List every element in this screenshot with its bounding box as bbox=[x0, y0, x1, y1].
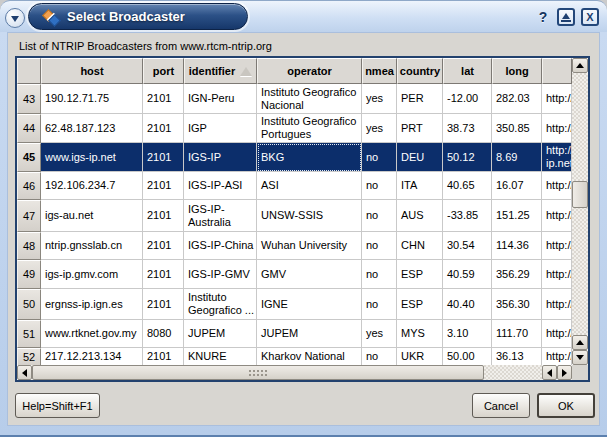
cell-operator[interactable]: Wuhan University bbox=[257, 232, 362, 260]
cell-host[interactable]: ntrip.gnsslab.cn bbox=[41, 232, 143, 260]
table-row-50[interactable]: 50ergnss-ip.ign.es2101Instituto Geografi… bbox=[17, 289, 572, 320]
cell-operator[interactable]: IGNE bbox=[257, 289, 362, 320]
cell-lat[interactable]: 38.73 bbox=[443, 114, 492, 143]
cell-host[interactable]: www.igs-ip.net bbox=[41, 143, 143, 172]
cell-country[interactable]: DEU bbox=[397, 143, 443, 172]
cell-country[interactable]: ESP bbox=[397, 260, 443, 289]
cell-num[interactable]: 47 bbox=[17, 200, 41, 232]
vertical-scrollbar[interactable] bbox=[572, 58, 588, 365]
cell-long[interactable]: 16.07 bbox=[492, 172, 542, 200]
cell-identifier[interactable]: KNURE bbox=[184, 348, 257, 365]
cell-num[interactable]: 50 bbox=[17, 289, 41, 320]
cell-port[interactable]: 2101 bbox=[143, 143, 184, 172]
scroll-up-button[interactable] bbox=[572, 58, 588, 73]
cell-num[interactable]: 43 bbox=[17, 84, 41, 114]
column-header-nmea[interactable]: nmea bbox=[362, 58, 397, 84]
cell-url[interactable]: http://r bbox=[542, 260, 572, 289]
cell-url[interactable]: http://w bbox=[542, 200, 572, 232]
cell-port[interactable]: 2101 bbox=[143, 232, 184, 260]
cell-long[interactable]: 350.85 bbox=[492, 114, 542, 143]
cell-url[interactable]: http://w bbox=[542, 172, 572, 200]
cell-url[interactable]: http://w bbox=[542, 348, 572, 365]
cell-operator[interactable]: Kharkov National bbox=[257, 348, 362, 365]
cancel-button[interactable]: Cancel bbox=[472, 393, 530, 418]
table-row-51[interactable]: 51www.rtknet.gov.my8080JUPEMJUPEMyesMYS3… bbox=[17, 320, 572, 348]
cell-nmea[interactable]: no bbox=[362, 143, 397, 172]
cell-port[interactable]: 2101 bbox=[143, 84, 184, 114]
cell-country[interactable]: MYS bbox=[397, 320, 443, 348]
column-header-country[interactable]: country bbox=[397, 58, 443, 84]
horizontal-scrollbar[interactable] bbox=[17, 365, 572, 380]
cell-url[interactable]: http://w bbox=[542, 320, 572, 348]
cell-lat[interactable]: 40.65 bbox=[443, 172, 492, 200]
cell-long[interactable]: 36.13 bbox=[492, 348, 542, 365]
ok-button[interactable]: OK bbox=[537, 393, 595, 418]
cell-lat[interactable]: 50.00 bbox=[443, 348, 492, 365]
table-row-52[interactable]: 52217.12.213.1342101KNUREKharkov Nationa… bbox=[17, 348, 572, 365]
cell-nmea[interactable]: no bbox=[362, 289, 397, 320]
column-header-long[interactable]: long bbox=[492, 58, 542, 84]
cell-num[interactable]: 52 bbox=[17, 348, 41, 365]
cell-operator[interactable]: Instituto Geografico Nacional bbox=[257, 84, 362, 114]
cell-num[interactable]: 49 bbox=[17, 260, 41, 289]
cell-identifier[interactable]: IGN-Peru bbox=[184, 84, 257, 114]
cell-host[interactable]: ergnss-ip.ign.es bbox=[41, 289, 143, 320]
horizontal-scroll-thumb[interactable] bbox=[32, 365, 484, 380]
cell-country[interactable]: PER bbox=[397, 84, 443, 114]
cell-host[interactable]: igs-ip.gmv.com bbox=[41, 260, 143, 289]
table-row-44[interactable]: 4462.48.187.1232101IGPInstituto Geografi… bbox=[17, 114, 572, 143]
vertical-scroll-track[interactable] bbox=[572, 73, 588, 335]
column-header-operator[interactable]: operator bbox=[257, 58, 362, 84]
cell-url[interactable]: http://r bbox=[542, 232, 572, 260]
cell-country[interactable]: UKR bbox=[397, 348, 443, 365]
cell-operator[interactable]: ASI bbox=[257, 172, 362, 200]
cell-country[interactable]: CHN bbox=[397, 232, 443, 260]
cell-port[interactable]: 8080 bbox=[143, 320, 184, 348]
table-row-43[interactable]: 43190.12.71.752101IGN-PeruInstituto Geog… bbox=[17, 84, 572, 114]
cell-identifier[interactable]: JUPEM bbox=[184, 320, 257, 348]
cell-host[interactable]: www.rtknet.gov.my bbox=[41, 320, 143, 348]
cell-nmea[interactable]: yes bbox=[362, 320, 397, 348]
cell-lat[interactable]: -12.00 bbox=[443, 84, 492, 114]
scroll-up-button-2[interactable] bbox=[572, 335, 588, 350]
close-button[interactable]: X bbox=[581, 8, 599, 26]
cell-long[interactable]: 114.36 bbox=[492, 232, 542, 260]
scroll-left-button-2[interactable] bbox=[542, 365, 557, 380]
cell-identifier[interactable]: IGS-IP bbox=[184, 143, 257, 172]
cell-nmea[interactable]: no bbox=[362, 348, 397, 365]
window-menu-button[interactable] bbox=[5, 8, 25, 28]
cell-nmea[interactable]: no bbox=[362, 232, 397, 260]
cell-lat[interactable]: 3.10 bbox=[443, 320, 492, 348]
cell-country[interactable]: ITA bbox=[397, 172, 443, 200]
cell-url[interactable]: http://i bbox=[542, 84, 572, 114]
cell-operator[interactable]: UNSW-SSIS bbox=[257, 200, 362, 232]
table-row-46[interactable]: 46192.106.234.72101IGS-IP-ASIASInoITA40.… bbox=[17, 172, 572, 200]
column-header-host[interactable]: host bbox=[41, 58, 143, 84]
column-header-identifier[interactable]: identifier bbox=[184, 58, 257, 84]
vertical-scroll-thumb[interactable] bbox=[572, 181, 588, 208]
column-header-lat[interactable]: lat bbox=[443, 58, 492, 84]
help-shortcut-button[interactable]: Help=Shift+F1 bbox=[15, 393, 100, 418]
cell-country[interactable]: ESP bbox=[397, 289, 443, 320]
cell-port[interactable]: 2101 bbox=[143, 289, 184, 320]
cell-num[interactable]: 48 bbox=[17, 232, 41, 260]
cell-nmea[interactable]: no bbox=[362, 172, 397, 200]
cell-url[interactable]: http://w ip.net/ bbox=[542, 143, 572, 172]
cell-port[interactable]: 2101 bbox=[143, 348, 184, 365]
shade-button[interactable] bbox=[557, 8, 575, 26]
scroll-down-button[interactable] bbox=[572, 350, 588, 365]
column-header-num[interactable] bbox=[17, 58, 41, 84]
cell-operator[interactable]: JUPEM bbox=[257, 320, 362, 348]
current-cell-operator[interactable]: BKG bbox=[257, 143, 362, 172]
cell-host[interactable]: igs-au.net bbox=[41, 200, 143, 232]
cell-nmea[interactable]: yes bbox=[362, 114, 397, 143]
cell-lat[interactable]: 50.12 bbox=[443, 143, 492, 172]
cell-nmea[interactable]: no bbox=[362, 200, 397, 232]
cell-host[interactable]: 62.48.187.123 bbox=[41, 114, 143, 143]
scroll-right-button[interactable] bbox=[557, 365, 572, 380]
column-header-url[interactable] bbox=[542, 58, 572, 84]
cell-identifier[interactable]: IGS-IP-Australia bbox=[184, 200, 257, 232]
cell-identifier[interactable]: IGS-IP-China bbox=[184, 232, 257, 260]
title-bar[interactable]: Select Broadcaster ? X bbox=[0, 0, 607, 32]
cell-port[interactable]: 2101 bbox=[143, 172, 184, 200]
